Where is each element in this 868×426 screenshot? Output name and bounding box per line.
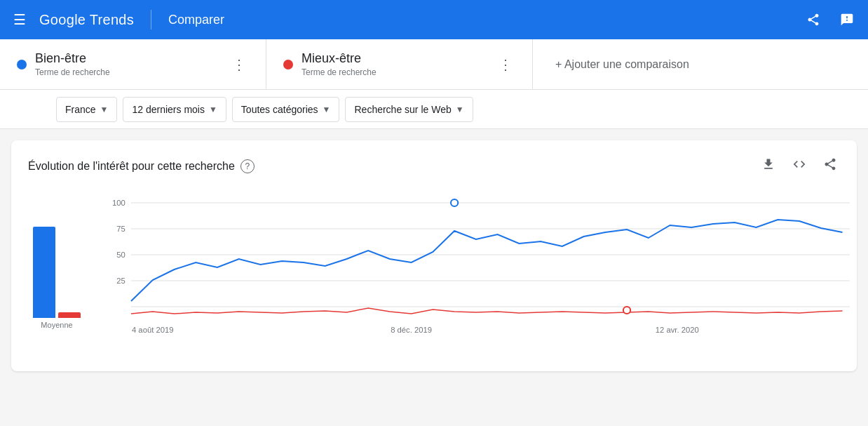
- chevron-down-icon: ▼: [456, 105, 464, 114]
- blue-peak-dot: [451, 199, 458, 206]
- term2-type: Terme de recherche: [301, 67, 487, 77]
- chevron-down-icon: ▼: [100, 105, 109, 114]
- share-icon[interactable]: [820, 154, 840, 178]
- header-divider: [151, 10, 151, 29]
- filter-search-type-label: Recherche sur le Web: [354, 104, 451, 115]
- chart-title: Évolution de l'intérêt pour cette recher…: [28, 160, 235, 173]
- add-comparison-button[interactable]: + Ajouter une comparaison: [533, 39, 712, 89]
- search-term-2: Mieux-être Terme de recherche ⋮: [266, 39, 533, 89]
- app-logo: Google Trends: [39, 12, 134, 28]
- term2-info: Mieux-être Terme de recherche: [301, 51, 487, 77]
- share-icon-header[interactable]: [803, 10, 823, 29]
- filter-region-label: France: [65, 104, 96, 115]
- search-term-1: Bien-être Terme de recherche ⋮: [0, 39, 266, 89]
- filter-region[interactable]: France ▼: [56, 97, 117, 122]
- feedback-icon-header[interactable]: [837, 10, 857, 29]
- chart-area: Moyenne 100 75 50 25: [11, 189, 857, 371]
- chart-left-average: Moyenne: [11, 189, 102, 343]
- svg-text:8 déc. 2019: 8 déc. 2019: [391, 326, 432, 334]
- chart-header: Évolution de l'intérêt pour cette recher…: [11, 154, 857, 189]
- average-bar-blue: [33, 227, 55, 318]
- chart-svg: 100 75 50 25 4 août 2019 8 déc. 2019 12 …: [102, 189, 857, 343]
- term2-dot: [283, 60, 293, 69]
- term1-name: Bien-être: [35, 51, 221, 66]
- header-icons: [803, 10, 857, 29]
- embed-icon[interactable]: [789, 154, 809, 178]
- term1-dot: [17, 60, 27, 69]
- term1-more-icon[interactable]: ⋮: [229, 53, 249, 76]
- download-icon[interactable]: [759, 154, 778, 178]
- filter-period[interactable]: 12 derniers mois ▼: [123, 97, 226, 122]
- chart-title-area: Évolution de l'intérêt pour cette recher…: [28, 159, 255, 173]
- svg-text:75: 75: [116, 225, 126, 233]
- filter-categories[interactable]: Toutes catégories ▼: [232, 97, 340, 122]
- average-label: Moyenne: [41, 321, 72, 329]
- filters-bar: France ▼ 12 derniers mois ▼ Toutes catég…: [0, 90, 868, 129]
- term1-type: Terme de recherche: [35, 67, 221, 77]
- svg-text:25: 25: [116, 277, 126, 285]
- term2-more-icon[interactable]: ⋮: [496, 53, 515, 76]
- average-bars: [33, 206, 81, 318]
- chevron-down-icon: ▼: [209, 105, 217, 114]
- svg-text:4 août 2019: 4 août 2019: [132, 326, 173, 334]
- filter-search-type[interactable]: Recherche sur le Web ▼: [345, 97, 473, 122]
- filter-categories-label: Toutes catégories: [241, 104, 318, 115]
- chevron-down-icon: ▼: [323, 105, 331, 114]
- search-terms-bar: Bien-être Terme de recherche ⋮ Mieux-êtr…: [0, 39, 868, 90]
- chart-main: 100 75 50 25 4 août 2019 8 déc. 2019 12 …: [102, 189, 857, 343]
- menu-icon[interactable]: ☰: [11, 11, 28, 28]
- term2-name: Mieux-être: [301, 51, 487, 66]
- help-icon[interactable]: ?: [240, 159, 255, 173]
- chart-actions: [759, 154, 840, 178]
- term1-info: Bien-être Terme de recherche: [35, 51, 221, 77]
- average-bar-red: [58, 312, 81, 318]
- svg-text:12 avr. 2020: 12 avr. 2020: [656, 326, 699, 334]
- page-title: Comparer: [168, 13, 224, 27]
- add-comparison-label: + Ajouter une comparaison: [555, 58, 689, 71]
- red-peak-dot: [623, 307, 630, 314]
- filter-period-label: 12 derniers mois: [132, 104, 205, 115]
- svg-text:100: 100: [112, 199, 126, 207]
- chart-section: Évolution de l'intérêt pour cette recher…: [11, 140, 857, 371]
- app-header: ☰ Google Trends Comparer: [0, 0, 868, 39]
- svg-text:50: 50: [116, 251, 126, 259]
